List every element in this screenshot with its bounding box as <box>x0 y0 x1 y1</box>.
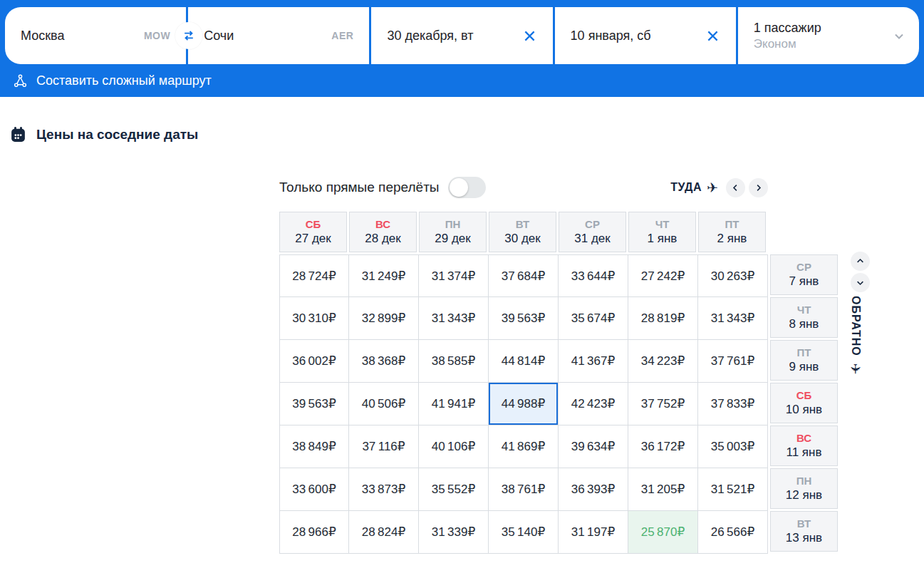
price-cell[interactable]: 36 172₽ <box>628 425 698 468</box>
plane-down-icon: ✈ <box>848 363 864 374</box>
clear-return-date-button[interactable] <box>706 29 720 43</box>
price-cell[interactable]: 42 423₽ <box>559 383 628 425</box>
price-cell[interactable]: 35 003₽ <box>698 425 768 468</box>
day-of-week: ПТ <box>725 218 739 230</box>
price-cell[interactable]: 38 849₽ <box>279 425 349 468</box>
outbound-date-cell[interactable]: ЧТ1 янв <box>628 212 696 252</box>
price-cell[interactable]: 26 566₽ <box>698 511 768 554</box>
price-cell[interactable]: 33 600₽ <box>279 468 349 511</box>
price-cell[interactable]: 25 870₽ <box>628 511 698 554</box>
price-cell[interactable]: 44 988₽ <box>489 383 559 425</box>
outbound-next-button[interactable] <box>749 178 768 197</box>
direct-flights-toggle[interactable] <box>448 177 486 198</box>
complex-route-link[interactable]: Составить сложный маршрут <box>5 64 919 97</box>
price-cell[interactable]: 36 393₽ <box>559 468 628 511</box>
date-label: 8 янв <box>789 317 819 331</box>
return-date-cell[interactable]: ВТ13 янв <box>770 511 838 552</box>
price-cell[interactable]: 28 724₽ <box>279 254 349 297</box>
outbound-prev-button[interactable] <box>726 178 745 197</box>
search-fields-row: Москва MOW Сочи AER 30 декабря, вт 10 ян… <box>5 7 919 64</box>
date-label: 28 дек <box>365 232 400 246</box>
price-cell[interactable]: 39 563₽ <box>489 297 559 340</box>
price-cell[interactable]: 35 674₽ <box>559 297 628 340</box>
price-cell[interactable]: 40 506₽ <box>349 383 419 425</box>
price-cell[interactable]: 37 833₽ <box>698 383 768 425</box>
price-cell[interactable]: 40 106₽ <box>419 425 489 468</box>
day-of-week: ВТ <box>797 517 811 530</box>
clear-depart-date-button[interactable] <box>523 29 537 43</box>
price-cell[interactable]: 31 374₽ <box>419 254 489 297</box>
price-cell[interactable]: 44 814₽ <box>489 340 559 383</box>
price-cell[interactable]: 30 310₽ <box>279 297 349 340</box>
passengers-count: 1 пассажир <box>754 20 821 36</box>
date-label: 2 янв <box>717 232 747 246</box>
price-cell[interactable]: 35 140₽ <box>489 511 559 554</box>
price-cell[interactable]: 31 197₽ <box>559 511 628 554</box>
price-cell[interactable]: 28 819₽ <box>628 297 698 340</box>
price-cell[interactable]: 34 223₽ <box>628 340 698 383</box>
price-cell[interactable]: 31 205₽ <box>628 468 698 511</box>
outbound-date-cell[interactable]: ВС28 дек <box>349 212 417 252</box>
origin-field[interactable]: Москва MOW <box>5 7 186 64</box>
depart-date-value: 30 декабря, вт <box>387 29 473 43</box>
price-cell[interactable]: 31 521₽ <box>698 468 768 511</box>
plane-right-icon: ✈ <box>707 180 718 196</box>
return-date-cell[interactable]: СБ10 янв <box>770 383 838 423</box>
day-of-week: ПН <box>796 475 812 487</box>
price-cell[interactable]: 37 684₽ <box>489 254 559 297</box>
return-date-cell[interactable]: ПТ9 янв <box>770 340 838 381</box>
day-of-week: ВТ <box>516 218 529 230</box>
price-cell[interactable]: 27 242₽ <box>628 254 698 297</box>
day-of-week: ПН <box>445 218 461 230</box>
price-cell[interactable]: 37 116₽ <box>349 425 419 468</box>
price-cell[interactable]: 31 343₽ <box>419 297 489 340</box>
return-prev-button[interactable] <box>851 252 870 271</box>
depart-date-field[interactable]: 30 декабря, вт <box>371 7 552 64</box>
price-cell[interactable]: 32 899₽ <box>349 297 419 340</box>
return-next-button[interactable] <box>851 273 870 292</box>
price-cell[interactable]: 37 752₽ <box>628 383 698 425</box>
price-cell[interactable]: 31 249₽ <box>349 254 419 297</box>
date-label: 27 дек <box>295 232 331 246</box>
outbound-date-cell[interactable]: СР31 дек <box>559 212 626 252</box>
return-date-cell[interactable]: СР7 янв <box>770 254 838 295</box>
price-cell[interactable]: 37 761₽ <box>698 340 768 383</box>
price-cell[interactable]: 31 339₽ <box>419 511 489 554</box>
outbound-date-cell[interactable]: ПН29 дек <box>419 212 487 252</box>
chevron-left-icon <box>732 184 739 192</box>
outbound-date-cell[interactable]: ВТ30 дек <box>489 212 556 252</box>
day-of-week: ВС <box>375 218 390 230</box>
return-date-cell[interactable]: ВС11 янв <box>770 425 838 466</box>
date-label: 11 янв <box>787 445 822 460</box>
section-title-text: Цены на соседние даты <box>36 127 198 143</box>
price-cell[interactable]: 35 552₽ <box>419 468 489 511</box>
return-date-field[interactable]: 10 января, сб <box>555 7 736 64</box>
price-cell[interactable]: 39 563₽ <box>279 383 349 425</box>
price-cell[interactable]: 31 343₽ <box>698 297 768 340</box>
direct-flights-control: Только прямые перелёты <box>279 177 486 198</box>
destination-field[interactable]: Сочи AER <box>188 7 369 64</box>
return-date-cell[interactable]: ПН12 янв <box>770 468 838 509</box>
price-cell[interactable]: 41 367₽ <box>559 340 628 383</box>
price-cell[interactable]: 38 368₽ <box>349 340 419 383</box>
swap-cities-button[interactable] <box>175 22 202 49</box>
date-label: 30 дек <box>504 232 540 246</box>
price-cell[interactable]: 41 869₽ <box>489 425 559 468</box>
price-cell[interactable]: 36 002₽ <box>279 340 349 383</box>
passengers-field[interactable]: 1 пассажир Эконом <box>738 7 919 64</box>
cabin-class: Эконом <box>754 36 821 51</box>
price-cell[interactable]: 33 644₽ <box>559 254 628 297</box>
price-cell[interactable]: 30 263₽ <box>698 254 768 297</box>
price-cell[interactable]: 41 941₽ <box>419 383 489 425</box>
price-cell[interactable]: 33 873₽ <box>349 468 419 511</box>
outbound-date-cell[interactable]: ПТ2 янв <box>698 212 766 252</box>
price-cell[interactable]: 38 585₽ <box>419 340 489 383</box>
price-cell[interactable]: 28 966₽ <box>279 511 349 554</box>
price-cell[interactable]: 38 761₽ <box>489 468 559 511</box>
search-bar: Москва MOW Сочи AER 30 декабря, вт 10 ян… <box>0 0 924 97</box>
price-cell[interactable]: 28 824₽ <box>349 511 419 554</box>
close-icon <box>523 29 536 43</box>
price-cell[interactable]: 39 634₽ <box>559 425 628 468</box>
outbound-date-cell[interactable]: СБ27 дек <box>279 212 347 252</box>
return-date-cell[interactable]: ЧТ8 янв <box>770 297 838 338</box>
